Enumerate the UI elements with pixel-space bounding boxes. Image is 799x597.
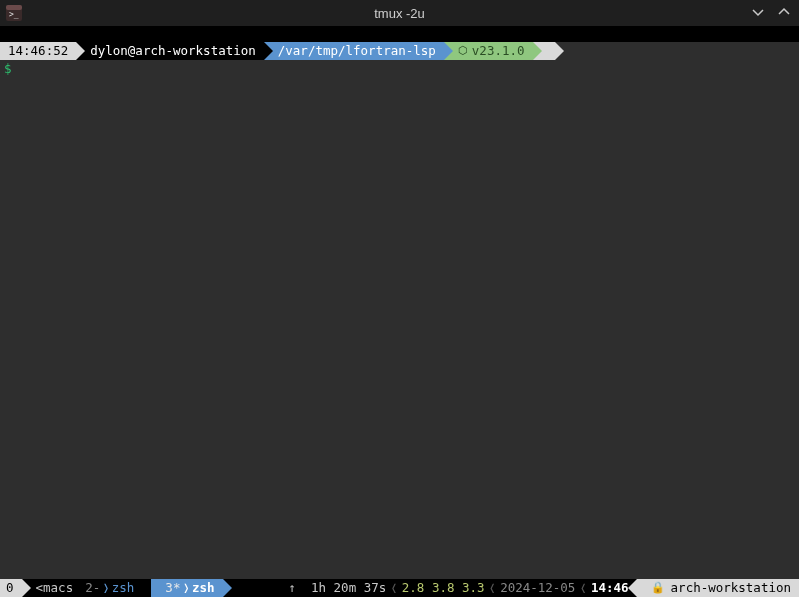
- chevron-right-icon: ❭: [100, 579, 112, 597]
- chevron-left-icon: ❬: [390, 579, 398, 597]
- uptime-value: 1h 20m 37s: [311, 579, 386, 597]
- status-clock: 14:46: [591, 579, 629, 597]
- hostname-segment: 🔒arch-workstation: [637, 579, 799, 597]
- window-title: tmux -2u: [374, 6, 425, 21]
- tmux-window-name: <macs: [36, 579, 74, 597]
- tmux-window-name: zsh: [192, 579, 215, 597]
- prompt-nvm-segment: ⬡ v23.1.0: [444, 42, 533, 60]
- chevron-left-icon: ❬: [579, 579, 587, 597]
- prompt-time-segment: 14:46:52: [0, 42, 76, 60]
- prompt-user-host: dylon@arch-workstation: [90, 42, 256, 60]
- prompt-user-segment: dylon@arch-workstation: [76, 42, 264, 60]
- lock-icon: 🔒: [651, 579, 665, 597]
- prompt-cwd: /var/tmp/lfortran-lsp: [278, 42, 436, 60]
- tmux-window-current[interactable]: 3* ❭ zsh: [151, 579, 222, 597]
- tmux-status-bar: 0 <macs 2- ❭ zsh 3* ❭ zsh ↑ 1h 20m 37s ❬…: [0, 579, 799, 597]
- prompt-cwd-segment: /var/tmp/lfortran-lsp: [264, 42, 444, 60]
- chevron-right-icon: ❭: [180, 579, 192, 597]
- chevron-left-icon: ❬: [489, 579, 497, 597]
- shell-prompt: 14:46:52 dylon@arch-workstation /var/tmp…: [0, 42, 799, 60]
- tmux-session-segment[interactable]: 0: [0, 579, 22, 597]
- tmux-window-index: 3: [165, 579, 173, 597]
- tmux-window-index: 2: [85, 579, 93, 597]
- chevron-up-icon[interactable]: [777, 5, 791, 22]
- tmux-window-flag: *: [173, 579, 181, 597]
- tmux-session-index: 0: [6, 579, 14, 597]
- uptime-segment: ↑ 1h 20m 37s ❬ 2.8 3.8 3.3 ❬ 2024-12-05 …: [274, 579, 636, 597]
- terminal-app-icon: >_: [6, 5, 22, 21]
- arrow-up-icon: ↑: [288, 579, 296, 597]
- prompt-cursor: $: [4, 61, 12, 76]
- load-average: 2.8 3.8 3.3: [402, 579, 485, 597]
- terminal-viewport[interactable]: $: [0, 60, 799, 579]
- svg-text:>_: >_: [9, 10, 19, 19]
- prompt-time: 14:46:52: [8, 42, 68, 60]
- hexagon-icon: ⬡: [458, 42, 468, 60]
- chevron-down-icon[interactable]: [751, 5, 765, 22]
- tmux-window-name: zsh: [112, 579, 135, 597]
- window-titlebar: >_ tmux -2u: [0, 0, 799, 26]
- titlebar-separator: [0, 26, 799, 42]
- tmux-status-right: ↑ 1h 20m 37s ❬ 2.8 3.8 3.3 ❬ 2024-12-05 …: [274, 579, 799, 597]
- status-date: 2024-12-05: [500, 579, 575, 597]
- tmux-window-flag: -: [93, 579, 101, 597]
- status-hostname: arch-workstation: [671, 579, 791, 597]
- tmux-window-2[interactable]: 2- ❭ zsh: [81, 579, 142, 597]
- prompt-nvm-version: v23.1.0: [472, 42, 525, 60]
